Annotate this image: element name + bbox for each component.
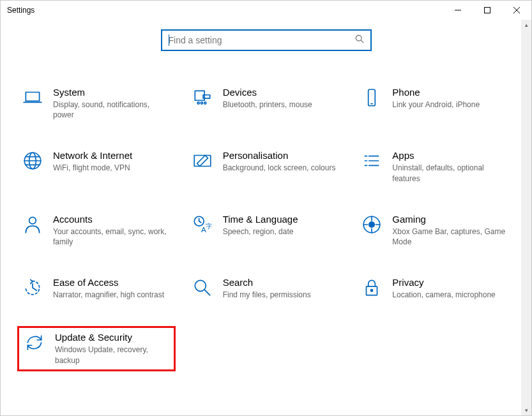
- search-input[interactable]: [169, 35, 364, 45]
- tile-ease[interactable]: Ease of AccessNarrator, magnifier, high …: [17, 273, 176, 304]
- maximize-button[interactable]: [473, 1, 502, 20]
- tile-personalisation[interactable]: PersonalisationBackground, lock screen, …: [187, 146, 346, 187]
- tile-text: Ease of AccessNarrator, magnifier, high …: [53, 277, 172, 300]
- settings-grid: SystemDisplay, sound, notifications, pow…: [13, 83, 519, 371]
- tile-apps[interactable]: AppsUninstall, defaults, optional featur…: [356, 146, 515, 187]
- scroll-up-icon[interactable]: ▴: [521, 20, 531, 30]
- tile-title: Personalisation: [223, 150, 338, 161]
- devices-icon: [191, 87, 214, 110]
- svg-line-30: [199, 221, 201, 222]
- svg-line-5: [361, 40, 363, 43]
- tile-network[interactable]: Network & InternetWiFi, flight mode, VPN: [17, 146, 176, 187]
- tile-text: SearchFind my files, permissions: [223, 277, 342, 300]
- window-title: Settings: [7, 6, 34, 15]
- tile-text: DevicesBluetooth, printers, mouse: [223, 87, 342, 120]
- globe-icon: [21, 150, 44, 173]
- tile-title: Accounts: [53, 214, 168, 225]
- tile-text: AppsUninstall, defaults, optional featur…: [392, 150, 511, 183]
- tile-text: GamingXbox Game Bar, captures, Game Mode: [392, 214, 511, 247]
- phone-icon: [360, 87, 383, 110]
- tile-text: Time & LanguageSpeech, region, date: [223, 214, 342, 247]
- tile-description: Xbox Game Bar, captures, Game Mode: [392, 227, 507, 247]
- search-icon: [355, 34, 364, 46]
- tile-title: Ease of Access: [53, 277, 168, 288]
- svg-line-40: [204, 290, 210, 295]
- pen-icon: [191, 150, 214, 173]
- tile-description: Find my files, permissions: [223, 290, 338, 300]
- close-button[interactable]: [502, 1, 531, 20]
- tile-title: Search: [223, 277, 338, 288]
- svg-rect-1: [485, 8, 490, 13]
- tile-title: Devices: [223, 87, 338, 98]
- text-caret: [169, 34, 169, 46]
- minimize-button[interactable]: [443, 1, 473, 20]
- tile-gaming[interactable]: GamingXbox Game Bar, captures, Game Mode: [356, 210, 515, 251]
- tile-title: Privacy: [392, 277, 507, 288]
- tile-description: WiFi, flight mode, VPN: [53, 163, 168, 173]
- svg-point-34: [369, 222, 375, 228]
- tile-description: Uninstall, defaults, optional features: [392, 163, 507, 183]
- svg-point-27: [29, 217, 36, 224]
- svg-point-10: [197, 102, 199, 104]
- tile-text: PersonalisationBackground, lock screen, …: [223, 150, 342, 183]
- tile-description: Bluetooth, printers, mouse: [223, 100, 338, 110]
- tile-title: Gaming: [392, 214, 507, 225]
- svg-text:字: 字: [206, 223, 212, 230]
- tile-description: Your accounts, email, sync, work, family: [53, 227, 168, 247]
- svg-rect-6: [26, 93, 39, 101]
- laptop-icon: [21, 87, 44, 110]
- tile-devices[interactable]: DevicesBluetooth, printers, mouse: [187, 83, 346, 124]
- content-area: SystemDisplay, sound, notifications, pow…: [1, 20, 531, 415]
- search-box[interactable]: [161, 29, 372, 51]
- tile-accounts[interactable]: AccountsYour accounts, email, sync, work…: [17, 210, 176, 251]
- lock-icon: [360, 277, 383, 300]
- tile-update[interactable]: Update & SecurityWindows Update, recover…: [17, 326, 176, 371]
- tile-title: Apps: [392, 150, 507, 161]
- tile-text: PhoneLink your Android, iPhone: [392, 87, 511, 120]
- tile-search[interactable]: SearchFind my files, permissions: [187, 273, 346, 304]
- svg-point-4: [356, 35, 361, 41]
- scroll-down-icon[interactable]: ▾: [521, 405, 531, 415]
- scrollbar[interactable]: ▴ ▾: [521, 20, 531, 415]
- time-lang-icon: A字: [191, 214, 214, 237]
- tile-privacy[interactable]: PrivacyLocation, camera, microphone: [356, 273, 515, 304]
- tile-description: Narrator, magnifier, high contrast: [53, 290, 168, 300]
- tile-text: Update & SecurityWindows Update, recover…: [55, 332, 170, 365]
- tile-text: PrivacyLocation, camera, microphone: [392, 277, 511, 300]
- tile-description: Link your Android, iPhone: [392, 100, 507, 110]
- tile-time[interactable]: A字Time & LanguageSpeech, region, date: [187, 210, 346, 251]
- person-icon: [21, 214, 44, 237]
- tile-title: Network & Internet: [53, 150, 168, 161]
- tile-text: SystemDisplay, sound, notifications, pow…: [53, 87, 172, 120]
- tile-description: Windows Update, recovery, backup: [55, 345, 166, 365]
- gaming-icon: [360, 214, 383, 237]
- tile-system[interactable]: SystemDisplay, sound, notifications, pow…: [17, 83, 176, 124]
- tile-text: AccountsYour accounts, email, sync, work…: [53, 214, 172, 247]
- tile-title: System: [53, 87, 168, 98]
- search-row: [13, 29, 519, 51]
- ease-icon: [21, 277, 44, 300]
- tile-description: Location, camera, microphone: [392, 290, 507, 300]
- tile-title: Update & Security: [55, 332, 166, 343]
- tile-text: Network & InternetWiFi, flight mode, VPN: [53, 150, 172, 183]
- svg-rect-20: [194, 156, 211, 167]
- svg-point-42: [371, 290, 373, 292]
- search-icon: [191, 277, 214, 300]
- tile-title: Time & Language: [223, 214, 338, 225]
- svg-point-11: [201, 102, 202, 104]
- tile-description: Speech, region, date: [223, 227, 338, 237]
- svg-point-12: [204, 102, 206, 104]
- list-icon: [360, 150, 383, 173]
- titlebar: Settings: [1, 1, 531, 20]
- window-controls: [443, 1, 531, 20]
- tile-phone[interactable]: PhoneLink your Android, iPhone: [356, 83, 515, 124]
- tile-description: Background, lock screen, colours: [223, 163, 338, 173]
- tile-description: Display, sound, notifications, power: [53, 100, 168, 120]
- sync-icon: [23, 332, 46, 355]
- tile-title: Phone: [392, 87, 507, 98]
